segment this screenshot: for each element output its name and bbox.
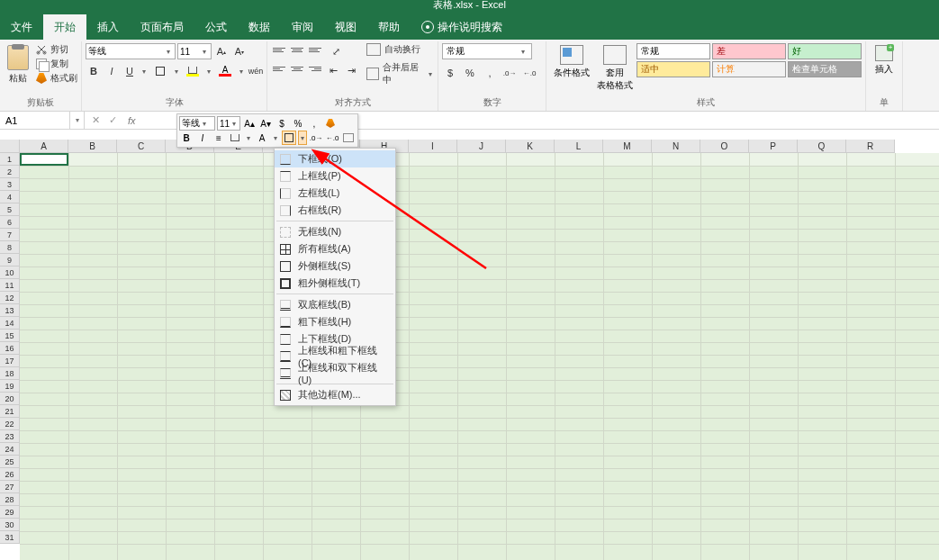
tab-page-layout[interactable]: 页面布局 — [130, 14, 194, 40]
underline-button[interactable]: U — [122, 63, 138, 79]
align-bottom-button[interactable] — [307, 43, 323, 56]
row-header-25[interactable]: 25 — [0, 456, 20, 468]
row-header-20[interactable]: 20 — [0, 393, 20, 405]
row-header-11[interactable]: 11 — [0, 279, 20, 292]
column-header-a[interactable]: A — [20, 140, 68, 153]
tell-me-search[interactable]: 操作说明搜索 — [411, 14, 513, 40]
chevron-down-icon[interactable]: ▾ — [172, 68, 181, 76]
cancel-formula-button[interactable]: ✕ — [92, 114, 100, 126]
cell-style-good[interactable]: 好 — [788, 43, 862, 59]
row-header-26[interactable]: 26 — [0, 468, 20, 481]
border-none-item[interactable]: 无框线(N) — [275, 223, 395, 240]
row-header-29[interactable]: 29 — [0, 506, 20, 519]
paste-button[interactable]: 粘贴 — [4, 43, 32, 86]
align-middle-button[interactable] — [289, 43, 305, 56]
align-top-button[interactable] — [271, 43, 287, 56]
mini-accounting[interactable]: $ — [275, 116, 289, 131]
tab-home[interactable]: 开始 — [43, 14, 86, 40]
cell-style-normal[interactable]: 常规 — [637, 43, 710, 59]
column-header-n[interactable]: N — [652, 140, 700, 153]
column-header-p[interactable]: P — [749, 140, 798, 153]
row-header-31[interactable]: 31 — [0, 531, 20, 544]
borders-button[interactable] — [150, 63, 170, 79]
row-header-28[interactable]: 28 — [0, 493, 20, 506]
phonetic-button[interactable]: wén — [248, 63, 264, 79]
border-all-item[interactable]: 所有框线(A) — [275, 240, 395, 257]
orientation-button[interactable]: ⤢ — [325, 43, 347, 59]
mini-decrease-font[interactable]: A▾ — [258, 116, 273, 131]
cell-style-bad[interactable]: 差 — [712, 43, 786, 59]
row-header-21[interactable]: 21 — [0, 405, 20, 418]
name-box-dropdown[interactable]: ▾ — [70, 112, 85, 129]
mini-font-color[interactable]: A — [255, 131, 269, 145]
merge-center-button[interactable]: 合并后居中 ▾ — [366, 61, 434, 86]
chevron-down-icon[interactable]: ▾ — [204, 68, 213, 76]
border-top-double-bottom-item[interactable]: 上框线和双下框线(U) — [275, 365, 395, 382]
border-more-item[interactable]: 其他边框(M)... — [275, 386, 395, 403]
row-header-30[interactable]: 30 — [0, 519, 20, 531]
font-name-combo[interactable]: 等线 ▾ — [86, 43, 176, 59]
tab-view[interactable]: 视图 — [324, 14, 367, 40]
mini-format-painter[interactable] — [323, 116, 338, 131]
row-header-8[interactable]: 8 — [0, 241, 20, 254]
mini-borders-dropdown[interactable]: ▾ — [298, 131, 307, 145]
insert-cells-button[interactable]: 插入 — [870, 43, 898, 77]
row-header-24[interactable]: 24 — [0, 443, 20, 456]
active-cell-a1[interactable] — [20, 153, 68, 166]
column-header-q[interactable]: Q — [798, 140, 846, 153]
border-thick-outside-item[interactable]: 粗外侧框线(T) — [275, 275, 395, 292]
comma-button[interactable]: , — [482, 65, 498, 81]
mini-italic[interactable]: I — [195, 131, 210, 145]
column-header-b[interactable]: B — [68, 140, 117, 153]
enter-formula-button[interactable]: ✓ — [109, 114, 117, 126]
row-header-19[interactable]: 19 — [0, 380, 20, 393]
column-header-j[interactable]: J — [457, 140, 506, 153]
increase-font-button[interactable]: A▴ — [213, 43, 230, 59]
mini-borders-button[interactable] — [282, 131, 296, 145]
increase-decimal-button[interactable]: .0→ — [501, 65, 518, 81]
column-header-c[interactable]: C — [117, 140, 166, 153]
font-color-button[interactable]: A — [215, 63, 235, 79]
chevron-down-icon[interactable]: ▾ — [140, 68, 149, 76]
tab-formulas[interactable]: 公式 — [194, 14, 238, 40]
row-header-22[interactable]: 22 — [0, 418, 20, 430]
tab-data[interactable]: 数据 — [238, 14, 281, 40]
cells-area[interactable] — [20, 153, 939, 560]
mini-fill-color[interactable] — [228, 131, 242, 145]
align-left-button[interactable] — [271, 62, 287, 75]
mini-increase-font[interactable]: A▴ — [242, 116, 257, 131]
mini-font-name[interactable]: 等线▾ — [179, 116, 215, 131]
row-header-7[interactable]: 7 — [0, 229, 20, 241]
row-header-14[interactable]: 14 — [0, 317, 20, 330]
row-header-23[interactable]: 23 — [0, 430, 20, 443]
border-thick-bottom-item[interactable]: 粗下框线(H) — [275, 313, 395, 330]
row-header-13[interactable]: 13 — [0, 304, 20, 317]
column-header-k[interactable]: K — [506, 140, 555, 153]
row-header-18[interactable]: 18 — [0, 367, 20, 380]
tab-insert[interactable]: 插入 — [86, 14, 130, 40]
mini-merge[interactable] — [341, 131, 356, 145]
wrap-text-button[interactable]: 自动换行 — [366, 43, 434, 56]
border-right-item[interactable]: 右框线(R) — [275, 202, 395, 219]
chevron-down-icon[interactable]: ▾ — [271, 134, 280, 142]
mini-align[interactable]: ≡ — [212, 131, 226, 145]
tab-review[interactable]: 审阅 — [281, 14, 324, 40]
row-header-17[interactable]: 17 — [0, 355, 20, 367]
mini-font-size[interactable]: 11▾ — [217, 116, 240, 131]
column-header-m[interactable]: M — [603, 140, 652, 153]
mini-percent[interactable]: % — [291, 116, 305, 131]
row-header-3[interactable]: 3 — [0, 178, 20, 191]
align-right-button[interactable] — [307, 62, 323, 75]
cut-button[interactable]: 剪切 — [36, 43, 77, 56]
row-header-1[interactable]: 1 — [0, 153, 20, 166]
row-header-10[interactable]: 10 — [0, 266, 20, 279]
chevron-down-icon[interactable]: ▾ — [244, 134, 253, 142]
number-format-combo[interactable]: 常规 ▾ — [442, 43, 532, 59]
row-header-9[interactable]: 9 — [0, 254, 20, 266]
increase-indent-button[interactable]: ⇥ — [343, 62, 359, 78]
tab-help[interactable]: 帮助 — [367, 14, 411, 40]
format-as-table-button[interactable]: 套用 表格格式 — [593, 43, 637, 94]
bold-button[interactable]: B — [86, 63, 102, 79]
column-header-i[interactable]: I — [409, 140, 457, 153]
border-outside-item[interactable]: 外侧框线(S) — [275, 257, 395, 275]
